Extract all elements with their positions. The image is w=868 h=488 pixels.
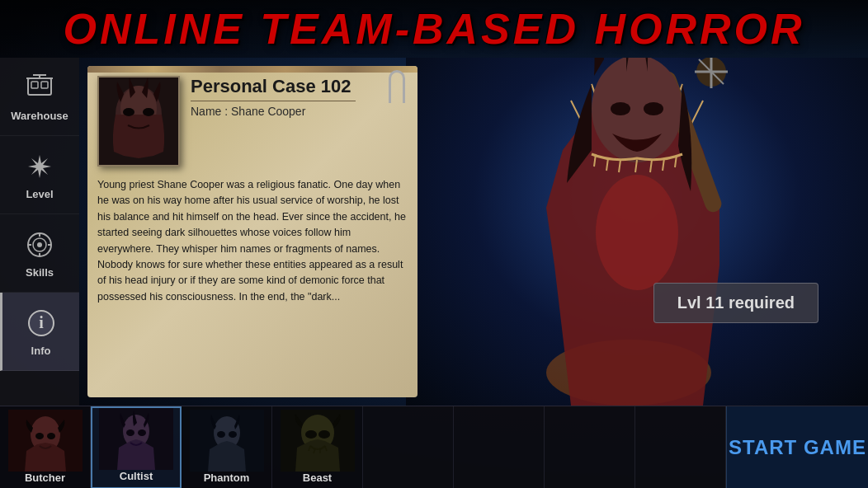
char-name-cultist: Cultist xyxy=(120,470,153,482)
sidebar-item-level[interactable]: Level xyxy=(0,136,79,214)
case-text: Young priest Shane Cooper was a religiou… xyxy=(97,177,408,389)
portrait-container xyxy=(97,76,180,167)
svg-point-36 xyxy=(126,429,134,436)
case-panel-inner: Personal Case 102 Name : Shane Cooper Yo… xyxy=(87,66,417,397)
char-thumb-cultist xyxy=(92,408,180,470)
case-header: Personal Case 102 Name : Shane Cooper xyxy=(191,76,409,118)
character-slot-cultist[interactable]: Cultist xyxy=(91,406,182,489)
info-icon: i xyxy=(25,307,58,340)
monster-figure-svg xyxy=(439,58,835,406)
sidebar-label-warehouse: Warehouse xyxy=(11,110,68,122)
skills-icon xyxy=(23,228,56,261)
svg-rect-1 xyxy=(31,82,38,88)
sidebar-item-warehouse[interactable]: Warehouse xyxy=(0,58,79,136)
start-game-label: START GAME xyxy=(729,436,866,459)
svg-point-40 xyxy=(217,431,225,438)
sidebar-item-info[interactable]: i Info xyxy=(0,293,79,371)
warehouse-icon xyxy=(23,72,56,105)
character-slot-butcher[interactable]: Butcher xyxy=(0,406,91,489)
svg-text:i: i xyxy=(39,313,44,331)
character-slot-phantom[interactable]: Phantom xyxy=(182,406,272,489)
char-slot-empty-3 xyxy=(545,406,635,489)
char-thumb-phantom xyxy=(182,410,271,472)
sidebar-item-skills[interactable]: Skills xyxy=(0,214,79,293)
svg-point-23 xyxy=(611,102,630,115)
sidebar-label-info: Info xyxy=(31,345,51,357)
lvl-required-text: Lvl 11 required xyxy=(677,293,795,312)
char-thumb-beast xyxy=(272,410,362,472)
case-name-line: Name : Shane Cooper xyxy=(191,105,409,118)
svg-point-44 xyxy=(305,430,317,439)
svg-point-29 xyxy=(143,108,154,116)
main-title: ONLINE TEAM-BASED HORROR xyxy=(63,4,804,54)
svg-rect-2 xyxy=(41,82,48,88)
monster-area: Lvl 11 required xyxy=(406,58,868,406)
svg-point-37 xyxy=(138,429,146,436)
char-slot-empty-2 xyxy=(454,406,545,489)
svg-point-33 xyxy=(47,433,55,439)
svg-point-41 xyxy=(229,431,237,438)
portrait-image xyxy=(99,77,178,165)
content-area: Lvl 11 required xyxy=(79,58,868,406)
start-game-button[interactable]: START GAME xyxy=(726,406,868,489)
case-title: Personal Case 102 xyxy=(191,76,409,97)
char-name-beast: Beast xyxy=(303,472,332,484)
char-slot-empty-4 xyxy=(635,406,726,489)
svg-point-24 xyxy=(644,102,663,115)
bottom-bar: Butcher Cultist xyxy=(0,406,868,488)
char-thumb-butcher xyxy=(0,410,90,472)
lvl-required-box: Lvl 11 required xyxy=(653,283,818,323)
case-subtitle-line xyxy=(191,101,356,101)
sidebar-label-skills: Skills xyxy=(26,266,54,279)
char-name-phantom: Phantom xyxy=(204,472,250,484)
case-panel-torn xyxy=(87,66,417,73)
level-icon xyxy=(23,150,56,183)
char-slot-empty-1 xyxy=(363,406,454,489)
svg-point-32 xyxy=(35,433,44,439)
svg-point-45 xyxy=(318,430,330,439)
svg-point-28 xyxy=(123,108,134,116)
char-name-butcher: Butcher xyxy=(25,472,65,484)
character-slot-beast[interactable]: Beast xyxy=(272,406,363,489)
svg-point-12 xyxy=(37,242,42,247)
case-panel: Personal Case 102 Name : Shane Cooper Yo… xyxy=(87,66,417,397)
svg-point-16 xyxy=(596,175,678,290)
sidebar: Warehouse Level Skills xyxy=(0,58,79,406)
title-bar: ONLINE TEAM-BASED HORROR xyxy=(0,0,868,58)
sidebar-label-level: Level xyxy=(26,188,53,200)
